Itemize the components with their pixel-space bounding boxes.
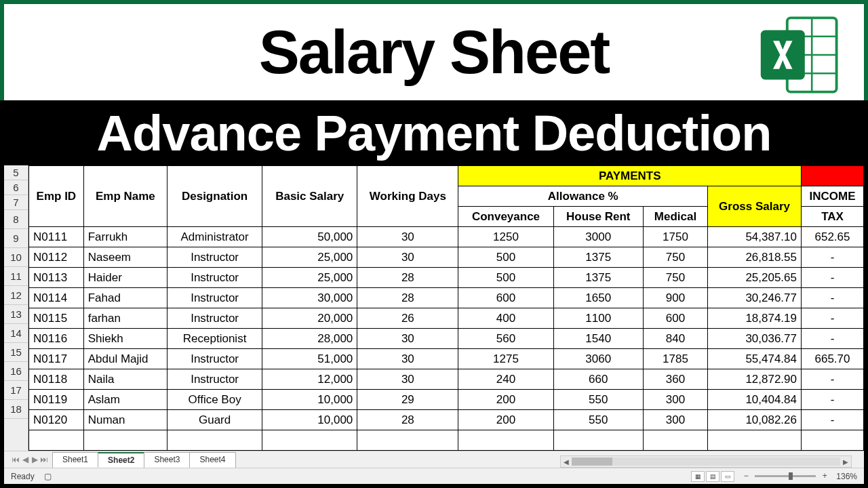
cell-tax[interactable]: - (802, 369, 864, 390)
cell-rent[interactable]: 550 (553, 390, 643, 410)
col-payments[interactable]: PAYMENTS (458, 166, 802, 186)
row-header[interactable]: 11 (4, 267, 28, 286)
zoom-out-icon[interactable]: − (741, 472, 751, 481)
table-row[interactable]: N0116ShiekhReceptionist28,00030560154084… (29, 329, 864, 349)
cell-medical[interactable]: 1785 (643, 349, 707, 369)
cell-emp-id[interactable]: N0116 (29, 329, 84, 349)
cell-emp-id[interactable]: N0115 (29, 308, 84, 329)
cell-designation[interactable]: Instructor (167, 308, 262, 329)
sheet-tab-sheet4[interactable]: Sheet4 (189, 452, 235, 468)
cell-days[interactable]: 30 (357, 349, 458, 369)
cell-emp-name[interactable]: Numan (83, 410, 167, 430)
col-emp-id[interactable]: Emp ID (29, 166, 84, 227)
tab-nav-next-icon[interactable]: ▶ (30, 453, 39, 466)
cell-conveyance[interactable]: 200 (458, 390, 553, 410)
salary-table[interactable]: Emp ID Emp Name Designation Basic Salary… (28, 165, 864, 451)
row-header[interactable]: 10 (4, 248, 28, 267)
row-header[interactable]: 6 (4, 180, 28, 195)
cell-conveyance[interactable]: 500 (458, 268, 553, 288)
row-header[interactable]: 14 (4, 324, 28, 343)
cell-basic[interactable]: 50,000 (262, 227, 357, 247)
col-basic-salary[interactable]: Basic Salary (262, 166, 357, 227)
cell-rent[interactable]: 1540 (553, 329, 643, 349)
zoom-level[interactable]: 136% (836, 472, 857, 481)
cell-gross[interactable]: 18,874.19 (708, 308, 802, 329)
cell-gross[interactable]: 54,387.10 (708, 227, 802, 247)
cell-basic[interactable]: 28,000 (262, 329, 357, 349)
table-row[interactable]: N0113HaiderInstructor25,0002850013757502… (29, 268, 864, 288)
table-row[interactable]: N0112NaseemInstructor25,0003050013757502… (29, 247, 864, 268)
cell-conveyance[interactable]: 500 (458, 247, 553, 268)
col-income-tax-1[interactable]: INCOME (802, 186, 864, 207)
cell-gross[interactable]: 26,818.55 (708, 247, 802, 268)
col-deduction-marker[interactable] (802, 166, 864, 186)
tab-nav-prev-icon[interactable]: ◀ (20, 453, 30, 466)
cell-medical[interactable]: 900 (643, 288, 707, 308)
horizontal-scrollbar[interactable]: ◀ ▶ (560, 455, 852, 468)
cell-days[interactable]: 28 (357, 288, 458, 308)
cell-medical[interactable]: 300 (643, 410, 707, 430)
cell-gross[interactable]: 55,474.84 (708, 349, 802, 369)
cell-days[interactable]: 30 (357, 329, 458, 349)
cell-rent[interactable]: 550 (553, 410, 643, 430)
scroll-right-icon[interactable]: ▶ (840, 456, 851, 467)
cell-gross[interactable]: 10,082.26 (708, 410, 802, 430)
cell-tax[interactable]: - (802, 410, 864, 430)
cell-tax[interactable]: - (802, 268, 864, 288)
cell-days[interactable]: 29 (357, 390, 458, 410)
cell-gross[interactable]: 30,036.77 (708, 329, 802, 349)
cell-emp-name[interactable]: Shiekh (83, 329, 167, 349)
table-row[interactable]: N0115farhanInstructor20,0002640011006001… (29, 308, 864, 329)
cell-conveyance[interactable]: 560 (458, 329, 553, 349)
zoom-in-icon[interactable]: + (820, 472, 829, 481)
cell-gross[interactable]: 25,205.65 (708, 268, 802, 288)
cell-basic[interactable]: 10,000 (262, 410, 357, 430)
cell-rent[interactable]: 1375 (553, 247, 643, 268)
cell-conveyance[interactable]: 600 (458, 288, 553, 308)
col-medical[interactable]: Medical (643, 207, 707, 227)
cell-tax[interactable]: 665.70 (802, 349, 864, 369)
cell-rent[interactable]: 1650 (553, 288, 643, 308)
cell-days[interactable]: 30 (357, 247, 458, 268)
cell-emp-name[interactable]: farhan (83, 308, 167, 329)
cell-conveyance[interactable]: 200 (458, 410, 553, 430)
sheet-tab-sheet1[interactable]: Sheet1 (52, 452, 98, 468)
cell-designation[interactable]: Office Boy (167, 390, 262, 410)
col-designation[interactable]: Designation (167, 166, 262, 227)
cell-designation[interactable]: Instructor (167, 288, 262, 308)
row-header[interactable]: 9 (4, 229, 28, 248)
cell-emp-name[interactable]: Abdul Majid (83, 349, 167, 369)
col-conveyance[interactable]: Conveyance (458, 207, 553, 227)
cell-emp-id[interactable]: N0117 (29, 349, 84, 369)
cell-conveyance[interactable]: 240 (458, 369, 553, 390)
cell-designation[interactable]: Administrator (167, 227, 262, 247)
cell-basic[interactable]: 12,000 (262, 369, 357, 390)
cell-medical[interactable]: 300 (643, 390, 707, 410)
cell-rent[interactable]: 3060 (553, 349, 643, 369)
table-row[interactable]: N0111FarrukhAdministrator50,000301250300… (29, 227, 864, 247)
col-income-tax-2[interactable]: TAX (802, 207, 864, 227)
cell-designation[interactable]: Instructor (167, 247, 262, 268)
cell-basic[interactable]: 25,000 (262, 268, 357, 288)
row-header[interactable]: 5 (4, 165, 28, 180)
cell-emp-id[interactable]: N0111 (29, 227, 84, 247)
blank-row[interactable] (29, 430, 864, 451)
row-header[interactable]: 7 (4, 195, 28, 210)
cell-tax[interactable]: - (802, 329, 864, 349)
cell-designation[interactable]: Instructor (167, 349, 262, 369)
row-header[interactable]: 15 (4, 343, 28, 362)
zoom-slider[interactable]: − + (741, 472, 829, 481)
view-page-layout-icon[interactable]: ▤ (706, 471, 719, 482)
col-emp-name[interactable]: Emp Name (83, 166, 167, 227)
cell-designation[interactable]: Receptionist (167, 329, 262, 349)
row-header[interactable]: 18 (4, 400, 28, 419)
cell-emp-id[interactable]: N0114 (29, 288, 84, 308)
cell-emp-name[interactable]: Farrukh (83, 227, 167, 247)
table-row[interactable]: N0119AslamOffice Boy10,0002920055030010,… (29, 390, 864, 410)
cell-emp-name[interactable]: Aslam (83, 390, 167, 410)
cell-tax[interactable]: - (802, 247, 864, 268)
cell-tax[interactable]: - (802, 288, 864, 308)
cell-tax[interactable]: - (802, 308, 864, 329)
scroll-thumb[interactable] (572, 458, 612, 466)
cell-conveyance[interactable]: 1275 (458, 349, 553, 369)
